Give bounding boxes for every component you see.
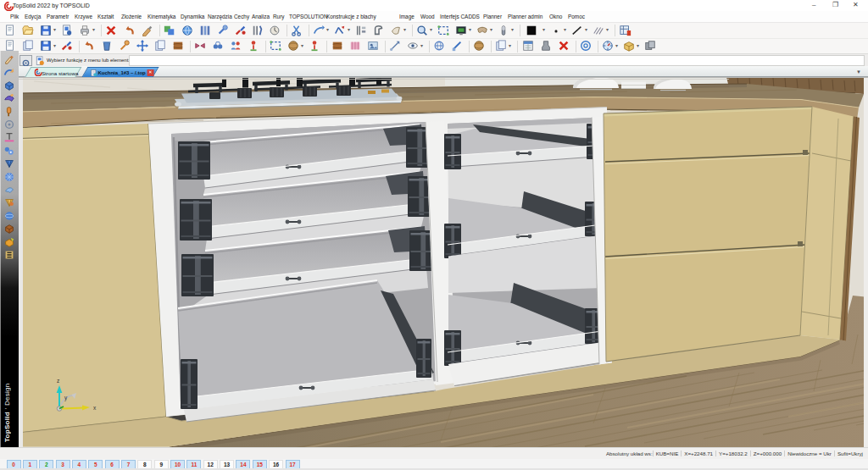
svg-text:z: z: [57, 378, 59, 384]
